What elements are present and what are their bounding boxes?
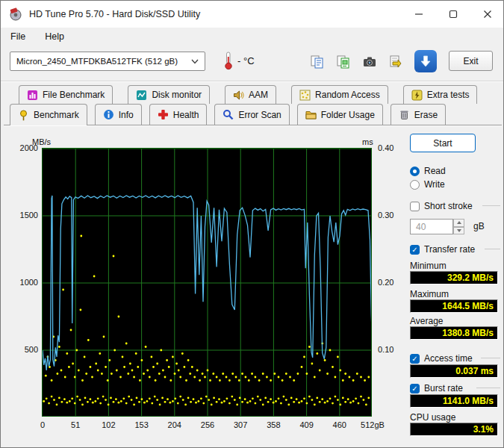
y-axis-tick-label: 0.10 [378,345,405,354]
copy-image-button[interactable] [333,52,353,72]
short-stroke-unit: gB [473,221,485,231]
minimum-value: 329.2 MB/s [410,271,498,284]
x-axis-tick-label: 307 [224,420,257,429]
maximum-value: 1644.5 MB/s [410,299,498,313]
access-time-label: Access time [424,353,473,364]
camera-button[interactable] [359,52,379,72]
tab-disk-monitor[interactable]: Disk monitor [128,85,210,104]
x-axis-tick-label: 0 [26,420,59,429]
y-axis-tick-label: 1000 [10,278,38,287]
tab-label: AAM [249,90,268,100]
save-screenshot-button[interactable] [414,50,437,72]
tab-extra-tests[interactable]: Extra tests [403,85,478,104]
right-axis-unit: ms [362,137,373,146]
tab-label: Extra tests [427,90,470,100]
tab-error-scan[interactable]: Error Scan [214,104,289,125]
group-line [481,358,500,358]
exit-button[interactable]: Exit [449,51,493,71]
disk-monitor-icon [136,90,147,101]
read-option[interactable]: Read [410,165,446,177]
drive-select-value: Micron_2450_MTFDKBA512TFK (512 gB) [16,57,178,66]
tab-label: Folder Usage [321,110,375,120]
tab-health[interactable]: Health [149,104,208,125]
average-value: 1380.8 MB/s [410,326,498,340]
tab-label: Disk monitor [152,90,202,100]
x-axis-tick-label: 512gB [356,420,389,429]
write-label: Write [424,179,445,190]
access-time-checkbox[interactable] [410,354,420,364]
toolbar: Micron_2450_MTFDKBA512TFK (512 gB) - °C … [1,46,504,81]
toolbar-separator [1,81,504,82]
maximize-button[interactable] [436,1,470,28]
temperature-label: - °C [237,55,255,66]
tab-label: Random Access [315,90,380,100]
tab-random-access[interactable]: Random Access [291,85,388,104]
info-icon [103,109,114,120]
minimize-button[interactable] [402,1,436,28]
short-stroke-option[interactable]: Short stroke [410,200,473,212]
x-axis-tick-label: 358 [257,420,290,429]
x-axis-tick-label: 460 [323,420,356,429]
cpu-usage-label: CPU usage [410,412,455,423]
y-axis-tick-label: 0.20 [378,278,405,287]
transfer-rate-option[interactable]: Transfer rate [410,243,475,255]
tab-erase[interactable]: Erase [391,104,446,125]
menu-help[interactable]: Help [45,31,64,42]
close-button[interactable] [470,1,504,28]
short-stroke-spinner [453,219,464,234]
tab-row-back: File Benchmark Disk monitor AAM Random A… [19,85,477,104]
group-line [476,388,500,388]
random-access-icon [299,90,311,101]
x-axis-tick-label: 51 [59,420,92,429]
y-axis-tick-label: 500 [10,345,38,354]
transfer-rate-label: Transfer rate [424,244,475,255]
y-axis-tick-label: 2000 [10,143,38,152]
y-axis-tick-label: 0.40 [378,143,405,152]
tab-benchmark[interactable]: Benchmark [10,104,87,125]
benchmark-chart: MB/s ms 200015001000500 0.400.300.200.10… [10,128,407,446]
read-radio[interactable] [410,167,420,176]
control-panel: Start Read Write Short stroke 40 gB Tran… [408,128,503,447]
start-button[interactable]: Start [410,134,476,152]
minimum-label: Minimum [410,261,447,271]
x-axis-tick-label: 102 [92,420,125,429]
window-title: HD Tune Pro 5.70 - Hard Disk/SSD Utility [29,9,200,19]
y-axis-tick-label: 1500 [10,211,38,220]
spinner-up-button[interactable] [453,219,464,227]
thermometer-icon [224,51,233,70]
tab-aam[interactable]: AAM [225,85,276,104]
read-label: Read [424,166,446,176]
short-stroke-size-input[interactable]: 40 [410,219,453,234]
access-time-value: 0.037 ms [410,364,498,378]
write-radio[interactable] [410,180,420,190]
group-line [482,205,500,206]
drive-select[interactable]: Micron_2450_MTFDKBA512TFK (512 gB) [10,52,205,71]
burst-rate-option[interactable]: Burst rate [410,382,463,394]
extra-tests-icon [411,90,423,101]
burst-rate-checkbox[interactable] [410,384,420,393]
tab-info[interactable]: Info [95,104,142,125]
tab-folder-usage[interactable]: Folder Usage [297,104,383,125]
tab-label: Error Scan [238,110,281,120]
export-html-button[interactable] [385,52,405,72]
menu-file[interactable]: File [10,31,25,42]
y-axis-tick-label: 0.30 [378,211,405,220]
write-option[interactable]: Write [410,178,445,190]
tab-file-benchmark[interactable]: File Benchmark [19,85,113,104]
x-axis-tick-label: 256 [191,420,224,429]
x-axis-tick-label: 204 [158,420,191,429]
short-stroke-label: Short stroke [424,201,473,211]
tab-label: File Benchmark [43,90,105,100]
titlebar: HD Tune Pro 5.70 - Hard Disk/SSD Utility [1,1,504,28]
cpu-usage-value: 3.1% [410,423,498,436]
access-time-option[interactable]: Access time [410,352,473,364]
short-stroke-checkbox[interactable] [410,202,420,211]
copy-text-button[interactable] [307,52,327,72]
tab-label: Info [119,110,134,120]
spinner-down-button[interactable] [453,227,464,235]
window-controls [402,1,504,28]
transfer-rate-checkbox[interactable] [410,245,420,255]
x-axis-tick-label: 153 [125,420,158,429]
download-arrow-icon [419,55,432,68]
health-cross-icon [158,109,169,120]
